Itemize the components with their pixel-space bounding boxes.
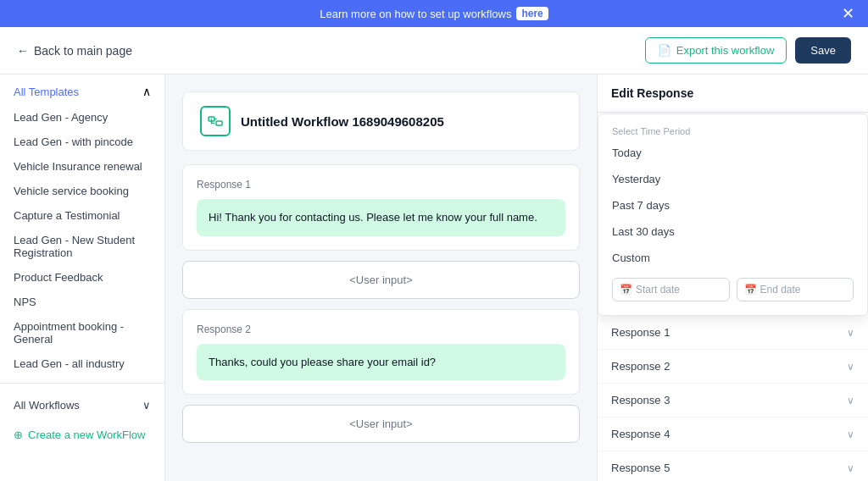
header: ← Back to main page 📄 Export this workfl… <box>0 27 868 75</box>
sidebar-item-vehicle-insurance[interactable]: Vehicle Insurance renewal <box>0 154 164 179</box>
workflow-title: Untitled Workflow 1689049608205 <box>241 114 444 129</box>
user-input-2-label: <User input> <box>349 417 412 430</box>
edit-response-header: Edit Response <box>598 75 868 113</box>
export-button[interactable]: 📄 Export this workflow <box>645 37 787 64</box>
back-label: Back to main page <box>34 44 132 58</box>
sidebar-item-lead-gen-all[interactable]: Lead Gen - all industry <box>0 351 164 376</box>
response-1-label: Response 1 <box>197 179 565 191</box>
all-workflows-label: All Workflows <box>14 399 80 412</box>
time-period-label: Select Time Period <box>598 121 867 140</box>
all-workflows-chevron-icon: ∨ <box>142 399 151 412</box>
response-row-4-label: Response 4 <box>611 428 670 440</box>
response-block-2: Response 2 Thanks, could you please shar… <box>182 309 580 395</box>
user-input-1: <User input> <box>182 261 580 299</box>
chevron-down-icon-5: ∨ <box>847 462 854 474</box>
dropdown-item-today[interactable]: Today <box>598 140 867 166</box>
response-row-2[interactable]: Response 2 ∨ <box>598 350 868 384</box>
start-date-placeholder: Start date <box>636 284 680 296</box>
response-list: Response 1 ∨ Response 2 ∨ Response 3 ∨ R… <box>598 316 868 481</box>
save-button[interactable]: Save <box>795 37 851 64</box>
user-input-1-label: <User input> <box>349 274 412 286</box>
dropdown-item-custom[interactable]: Custom <box>598 245 867 271</box>
back-arrow-icon: ← <box>17 44 29 58</box>
end-date-input[interactable]: 📅 End date <box>737 278 854 301</box>
response-1-bubble: Hi! Thank you for contacting us. Please … <box>197 199 565 236</box>
end-date-placeholder: End date <box>760 284 801 296</box>
collapse-icon: ∧ <box>142 85 151 98</box>
response-row-5-label: Response 5 <box>611 462 670 474</box>
response-row-4[interactable]: Response 4 ∨ <box>598 417 868 451</box>
canvas-area[interactable]: Untitled Workflow 1689049608205 Response… <box>165 75 597 481</box>
dropdown-item-yesterday[interactable]: Yesterday <box>598 166 867 192</box>
user-input-2: <User input> <box>182 405 580 443</box>
response-row-2-label: Response 2 <box>611 360 670 373</box>
svg-rect-1 <box>216 121 222 125</box>
date-inputs-row: 📅 Start date 📅 End date <box>598 271 867 308</box>
create-workflow-plus-icon: ⊕ <box>14 428 23 441</box>
sidebar-item-appointment-booking[interactable]: Appointment booking - General <box>0 314 164 351</box>
response-row-1-label: Response 1 <box>611 326 670 339</box>
sidebar: All Templates ∧ Lead Gen - Agency Lead G… <box>0 75 165 481</box>
sidebar-divider <box>0 383 164 384</box>
dropdown-item-past-7-days[interactable]: Past 7 days <box>598 192 867 218</box>
sidebar-item-nps[interactable]: NPS <box>0 290 164 314</box>
chevron-down-icon-1: ∨ <box>847 327 854 339</box>
sidebar-item-lead-gen-agency[interactable]: Lead Gen - Agency <box>0 105 164 130</box>
banner-close-button[interactable]: ✕ <box>842 6 854 21</box>
chevron-down-icon-4: ∨ <box>847 428 854 440</box>
response-row-3[interactable]: Response 3 ∨ <box>598 384 868 417</box>
export-icon: 📄 <box>658 44 671 57</box>
response-2-bubble: Thanks, could you please share your emai… <box>197 344 565 381</box>
calendar-end-icon: 📅 <box>744 284 757 296</box>
chevron-down-icon-2: ∨ <box>847 361 854 373</box>
create-workflow-button[interactable]: ⊕ Create a new WorkFlow <box>0 420 164 450</box>
calendar-start-icon: 📅 <box>620 284 632 296</box>
sidebar-item-product-feedback[interactable]: Product Feedback <box>0 265 164 290</box>
create-workflow-label: Create a new WorkFlow <box>28 428 145 441</box>
response-2-label: Response 2 <box>197 323 565 335</box>
sidebar-item-capture-testimonial[interactable]: Capture a Testimonial <box>0 203 164 228</box>
header-actions: 📄 Export this workflow Save <box>645 37 851 64</box>
dropdown-item-last-30-days[interactable]: Last 30 days <box>598 218 867 245</box>
chevron-down-icon-3: ∨ <box>847 395 854 406</box>
time-period-dropdown: Select Time Period Today Yesterday Past … <box>598 113 868 316</box>
banner-text: Learn more on how to set up workflows <box>320 8 511 20</box>
start-date-input[interactable]: 📅 Start date <box>612 278 730 301</box>
right-panel: Edit Response Select Time Period Today Y… <box>597 75 868 481</box>
back-link[interactable]: ← Back to main page <box>17 44 132 58</box>
sidebar-item-lead-gen-student[interactable]: Lead Gen - New Student Registration <box>0 228 164 265</box>
response-row-5[interactable]: Response 5 ∨ <box>598 451 868 481</box>
all-workflows-section[interactable]: All Workflows ∨ <box>0 390 164 420</box>
workflow-icon <box>200 106 231 136</box>
response-row-3-label: Response 3 <box>611 394 670 406</box>
all-templates-label: All Templates <box>14 86 79 98</box>
top-banner: Learn more on how to set up workflows he… <box>0 0 868 27</box>
response-row-1[interactable]: Response 1 ∨ <box>598 316 868 350</box>
workflow-header: Untitled Workflow 1689049608205 <box>182 91 580 151</box>
main-layout: All Templates ∧ Lead Gen - Agency Lead G… <box>0 75 868 481</box>
all-templates-section-header[interactable]: All Templates ∧ <box>0 75 164 105</box>
sidebar-item-lead-gen-pincode[interactable]: Lead Gen - with pincode <box>0 130 164 154</box>
response-block-1: Response 1 Hi! Thank you for contacting … <box>182 164 580 251</box>
here-button[interactable]: here <box>516 7 548 20</box>
sidebar-item-vehicle-service[interactable]: Vehicle service booking <box>0 179 164 203</box>
export-label: Export this workflow <box>676 44 775 57</box>
